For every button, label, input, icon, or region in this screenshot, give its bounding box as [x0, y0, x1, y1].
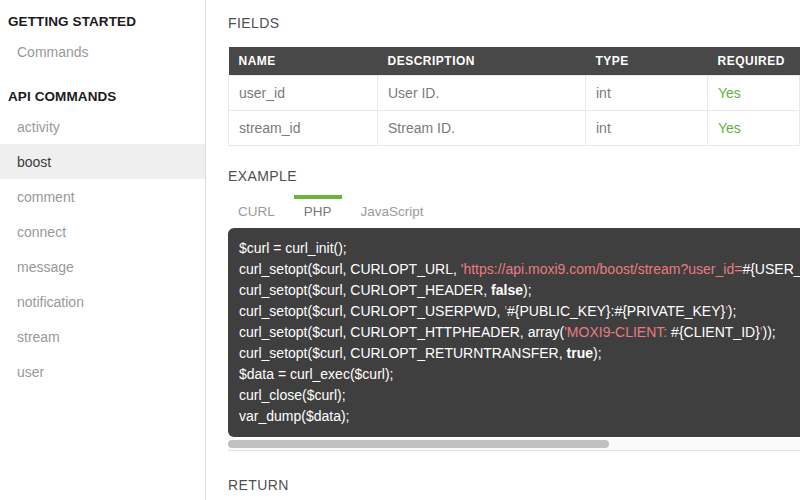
column-header: TYPE — [586, 47, 708, 75]
sidebar-item-commands[interactable]: Commands — [0, 34, 205, 69]
fields-header-row: NAME DESCRIPTION TYPE REQUIRED — [229, 47, 800, 75]
fields-section: FIELDS NAME DESCRIPTION TYPE REQUIRED us… — [228, 15, 800, 146]
tab-php[interactable]: PHP — [294, 195, 342, 225]
horizontal-scrollbar-track[interactable] — [228, 438, 800, 451]
cell-type: int — [586, 110, 708, 145]
return-section: RETURN — [228, 477, 800, 493]
code-line: curl_setopt($curl, CURLOPT_HEADER, false… — [239, 280, 800, 301]
code-line: curl_setopt($curl, CURLOPT_RETURNTRANSFE… — [239, 343, 800, 364]
sidebar-item-activity[interactable]: activity — [0, 109, 205, 144]
horizontal-scrollbar-thumb[interactable] — [228, 440, 609, 448]
sidebar-item-comment[interactable]: comment — [0, 179, 205, 214]
sidebar-item-list: activity boost comment connect message n… — [0, 109, 205, 389]
sidebar-item-user[interactable]: user — [0, 354, 205, 389]
example-heading: EXAMPLE — [228, 168, 800, 184]
code-line: var_dump($data); — [239, 406, 800, 427]
table-row: user_id User ID. int Yes — [229, 75, 800, 110]
sidebar-item-list: Commands — [0, 34, 205, 69]
sidebar-item-boost[interactable]: boost — [0, 144, 205, 179]
sidebar-section: GETTING STARTED Commands — [0, 1, 205, 69]
sidebar-item-stream[interactable]: stream — [0, 319, 205, 354]
sidebar-section-title: GETTING STARTED — [0, 1, 205, 34]
example-tabs: CURL PHP JavaScript — [228, 195, 800, 225]
page: GETTING STARTED Commands API COMMANDS ac… — [0, 0, 800, 500]
sidebar-item-message[interactable]: message — [0, 249, 205, 284]
sidebar-item-connect[interactable]: connect — [0, 214, 205, 249]
cell-required: Yes — [708, 75, 800, 110]
cell-description: User ID. — [378, 75, 586, 110]
cell-type: int — [586, 75, 708, 110]
fields-table-head: NAME DESCRIPTION TYPE REQUIRED — [229, 47, 800, 75]
code-line: curl_setopt($curl, CURLOPT_URL, 'https:/… — [239, 259, 800, 280]
main-content: FIELDS NAME DESCRIPTION TYPE REQUIRED us… — [206, 0, 800, 500]
column-header: DESCRIPTION — [378, 47, 586, 75]
tab-curl[interactable]: CURL — [228, 195, 285, 225]
tab-javascript[interactable]: JavaScript — [351, 195, 434, 225]
return-heading: RETURN — [228, 477, 800, 493]
cell-name: stream_id — [229, 110, 378, 145]
sidebar-item-notification[interactable]: notification — [0, 284, 205, 319]
code-block[interactable]: $curl = curl_init();curl_setopt($curl, C… — [228, 228, 800, 437]
cell-description: Stream ID. — [378, 110, 586, 145]
column-header: REQUIRED — [708, 47, 800, 75]
cell-required: Yes — [708, 110, 800, 145]
fields-table: NAME DESCRIPTION TYPE REQUIRED user_id U… — [228, 47, 800, 146]
sidebar-section-title: API COMMANDS — [0, 69, 205, 109]
code-line: $data = curl_exec($curl); — [239, 364, 800, 385]
sidebar-section: API COMMANDS activity boost comment conn… — [0, 69, 205, 389]
code-line: curl_setopt($curl, CURLOPT_HTTPHEADER, a… — [239, 322, 800, 343]
code-line: $curl = curl_init(); — [239, 238, 800, 259]
sidebar: GETTING STARTED Commands API COMMANDS ac… — [0, 0, 206, 500]
fields-heading: FIELDS — [228, 15, 800, 31]
fields-table-body: user_id User ID. int Yes stream_id Strea… — [229, 75, 800, 145]
example-section: EXAMPLE CURL PHP JavaScript $curl = curl… — [228, 168, 800, 451]
code-line: curl_setopt($curl, CURLOPT_USERPWD, '#{P… — [239, 301, 800, 322]
cell-name: user_id — [229, 75, 378, 110]
table-row: stream_id Stream ID. int Yes — [229, 110, 800, 145]
column-header: NAME — [229, 47, 378, 75]
sidebar-sections: GETTING STARTED Commands API COMMANDS ac… — [0, 1, 205, 389]
code-line: curl_close($curl); — [239, 385, 800, 406]
